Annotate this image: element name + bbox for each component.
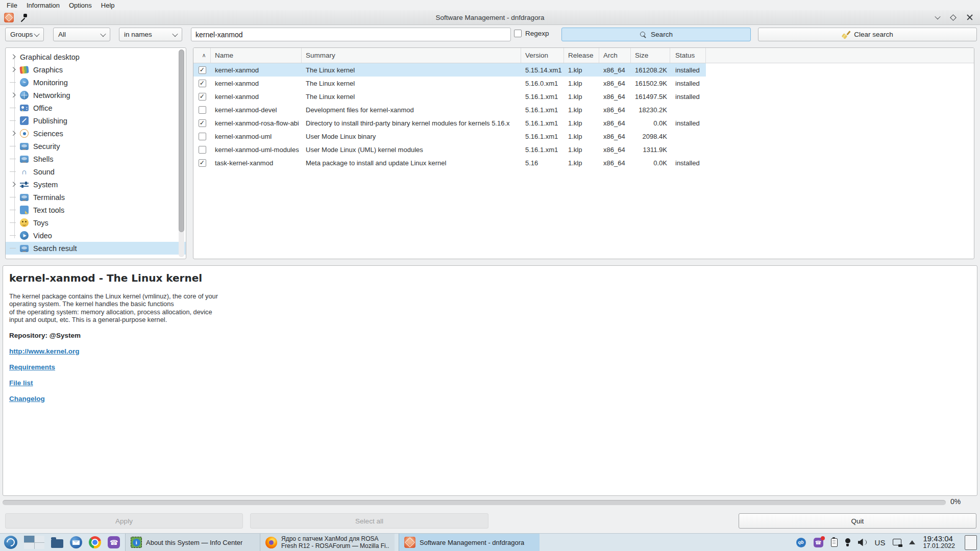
row-checkbox[interactable] bbox=[199, 106, 206, 114]
sidebar-item-graphical-desktop[interactable]: Graphical desktop bbox=[6, 51, 186, 63]
row-checkbox[interactable] bbox=[199, 146, 206, 154]
groups-dropdown[interactable]: Groups bbox=[5, 28, 44, 41]
regexp-checkbox[interactable] bbox=[514, 30, 522, 37]
publishing-icon bbox=[20, 116, 29, 125]
table-row[interactable]: ✓ kernel-xanmod The Linux kernel 5.15.14… bbox=[193, 63, 974, 77]
sidebar-item-graphics[interactable]: Graphics bbox=[6, 63, 186, 76]
progress-percent: 0% bbox=[950, 497, 961, 506]
scrollbar-thumb[interactable] bbox=[179, 49, 184, 232]
close-button[interactable] bbox=[967, 14, 973, 20]
table-row[interactable]: ✓ kernel-xanmod The Linux kernel 5.16.0.… bbox=[193, 77, 974, 90]
table-row[interactable]: ✓ kernel-xanmod The Linux kernel 5.16.1.… bbox=[193, 90, 974, 103]
virtual-desktop-pager[interactable] bbox=[24, 536, 44, 549]
sort-up-icon: ∧ bbox=[202, 52, 206, 59]
package-details-panel: kernel-xanmod - The Linux kernel The ker… bbox=[3, 265, 977, 496]
row-checkbox[interactable] bbox=[199, 133, 206, 140]
column-status[interactable]: Status bbox=[670, 48, 706, 63]
thunderbird-icon[interactable] bbox=[70, 536, 82, 548]
taskbar-window-firefox[interactable]: Ядро с патчем XanMod для ROSA Fresh R12 … bbox=[260, 534, 395, 551]
sidebar-item-publishing[interactable]: Publishing bbox=[6, 114, 186, 127]
menu-file[interactable]: File bbox=[2, 1, 22, 10]
tray-expand-arrow-icon[interactable] bbox=[909, 540, 915, 544]
chrome-icon[interactable] bbox=[89, 536, 101, 548]
quit-button[interactable]: Quit bbox=[739, 513, 976, 529]
description-line: input and output, etc. This is a general… bbox=[9, 316, 971, 323]
sidebar-item-video[interactable]: ▶ Video bbox=[6, 229, 186, 242]
viber-tray-icon[interactable]: ☎ bbox=[814, 538, 823, 547]
clear-search-button[interactable]: Clear search bbox=[758, 28, 977, 41]
menu-bar: File Information Options Help bbox=[0, 0, 980, 10]
volume-tray-icon[interactable] bbox=[858, 539, 867, 546]
column-arch[interactable]: Arch bbox=[599, 48, 631, 63]
row-checkbox[interactable]: ✓ bbox=[199, 93, 206, 101]
table-row[interactable]: kernel-xanmod-devel Development files fo… bbox=[193, 103, 974, 116]
sidebar-item-text-tools[interactable]: Text tools bbox=[6, 204, 186, 216]
sidebar-item-toys[interactable]: Toys bbox=[6, 216, 186, 229]
row-checkbox[interactable]: ✓ bbox=[199, 119, 206, 127]
play-icon: ▶ bbox=[20, 231, 29, 240]
sidebar-item-sound[interactable]: ∩ Sound bbox=[6, 165, 186, 178]
expander-icon[interactable] bbox=[10, 182, 16, 188]
sidebar-item-search-result[interactable]: Search result bbox=[6, 242, 186, 255]
search-input[interactable] bbox=[191, 28, 511, 41]
expander-icon[interactable] bbox=[10, 131, 16, 137]
show-desktop-button[interactable] bbox=[965, 535, 977, 550]
apply-button[interactable]: Apply bbox=[5, 513, 243, 529]
table-row[interactable]: kernel-xanmod-uml-modules User Mode Linu… bbox=[193, 143, 974, 156]
expander-icon[interactable] bbox=[10, 54, 16, 60]
clock[interactable]: 19:43:04 17.01.2022 bbox=[923, 535, 955, 550]
qbittorrent-tray-icon[interactable]: qb bbox=[796, 538, 806, 547]
minimize-button[interactable] bbox=[935, 14, 940, 19]
sidebar-item-system[interactable]: System bbox=[6, 178, 186, 191]
sidebar-item-networking[interactable]: Networking bbox=[6, 89, 186, 102]
row-checkbox[interactable]: ✓ bbox=[199, 66, 206, 74]
pin-icon[interactable] bbox=[20, 13, 28, 21]
maximize-button[interactable] bbox=[950, 14, 957, 21]
search-button[interactable]: Search bbox=[561, 28, 751, 41]
column-size[interactable]: Size bbox=[631, 48, 670, 63]
menu-information[interactable]: Information bbox=[22, 1, 64, 10]
scope-dropdown[interactable]: in names bbox=[119, 28, 182, 41]
expander-icon[interactable] bbox=[10, 92, 16, 98]
smiley-icon bbox=[20, 218, 29, 227]
sidebar-item-shells[interactable]: Shells bbox=[6, 153, 186, 165]
taskbar-window-info-center[interactable]: About this System — Info Center bbox=[125, 534, 260, 551]
palette-icon bbox=[19, 66, 29, 74]
column-summary[interactable]: Summary bbox=[302, 48, 521, 63]
requirements-link[interactable]: Requirements bbox=[9, 363, 55, 371]
tree-scrollbar[interactable] bbox=[179, 49, 184, 257]
clipboard-tray-icon[interactable] bbox=[831, 538, 838, 547]
menu-help[interactable]: Help bbox=[96, 1, 119, 10]
sidebar-item-monitoring[interactable]: ~ Monitoring bbox=[6, 76, 186, 89]
column-version[interactable]: Version bbox=[521, 48, 564, 63]
filter-dropdown[interactable]: All bbox=[53, 28, 110, 41]
table-row[interactable]: ✓ kernel-xanmod-rosa-flow-abi Directory … bbox=[193, 116, 974, 130]
table-row[interactable]: kernel-xanmod-uml User Mode Linux binary… bbox=[193, 130, 974, 143]
sidebar-item-office[interactable]: Office bbox=[6, 102, 186, 114]
changelog-link[interactable]: Changelog bbox=[9, 395, 45, 403]
menu-options[interactable]: Options bbox=[64, 1, 96, 10]
file-manager-icon[interactable] bbox=[51, 539, 63, 548]
file-list-link[interactable]: File list bbox=[9, 379, 33, 387]
rosa-launcher-icon[interactable] bbox=[4, 536, 17, 549]
homepage-link[interactable]: http://www.kernel.org bbox=[9, 347, 80, 355]
headphones-icon: ∩ bbox=[20, 167, 29, 176]
table-row[interactable]: ✓ task-kernel-xanmod Meta package to ins… bbox=[193, 156, 974, 169]
column-checkbox[interactable]: ∧ bbox=[193, 48, 211, 63]
expander-icon[interactable] bbox=[10, 67, 16, 73]
viber-icon[interactable]: ☎ bbox=[108, 536, 120, 548]
sidebar-item-sciences[interactable]: Sciences bbox=[6, 127, 186, 140]
select-all-button[interactable]: Select all bbox=[250, 513, 488, 529]
keyboard-layout-indicator[interactable]: US bbox=[875, 538, 886, 547]
network-tray-icon[interactable] bbox=[893, 539, 901, 545]
sidebar-item-security[interactable]: Security bbox=[6, 140, 186, 153]
title-bar[interactable]: Software Management - dnfdragora bbox=[0, 10, 980, 25]
row-checkbox[interactable]: ✓ bbox=[199, 80, 206, 87]
sidebar-item-terminals[interactable]: Terminals bbox=[6, 191, 186, 204]
clock-date: 17.01.2022 bbox=[923, 542, 955, 550]
taskbar-window-dnfdragora[interactable]: Software Management - dnfdragora bbox=[399, 534, 540, 551]
column-release[interactable]: Release bbox=[564, 48, 599, 63]
row-checkbox[interactable]: ✓ bbox=[199, 159, 206, 167]
brightness-tray-icon[interactable] bbox=[845, 538, 850, 547]
column-name[interactable]: Name bbox=[211, 48, 302, 63]
